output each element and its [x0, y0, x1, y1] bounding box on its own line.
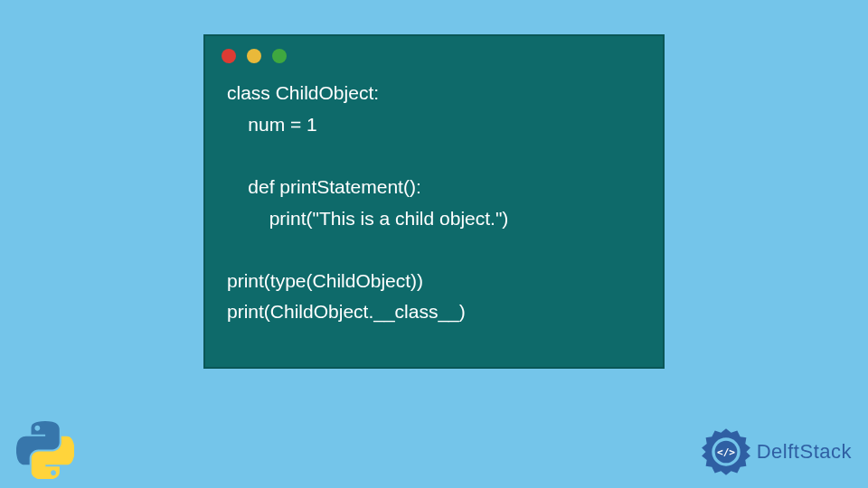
svg-text:</>: </>: [717, 446, 735, 458]
brand-name: DelftStack: [757, 440, 852, 464]
window-controls: [205, 36, 663, 70]
python-logo-icon: [16, 421, 74, 479]
minimize-icon: [247, 49, 261, 63]
code-window: class ChildObject: num = 1 def printStat…: [203, 34, 665, 369]
brand-logo: </> DelftStack: [701, 427, 852, 477]
code-block: class ChildObject: num = 1 def printStat…: [205, 70, 663, 346]
maximize-icon: [272, 49, 287, 63]
seal-icon: </>: [701, 427, 751, 477]
close-icon: [222, 49, 236, 63]
